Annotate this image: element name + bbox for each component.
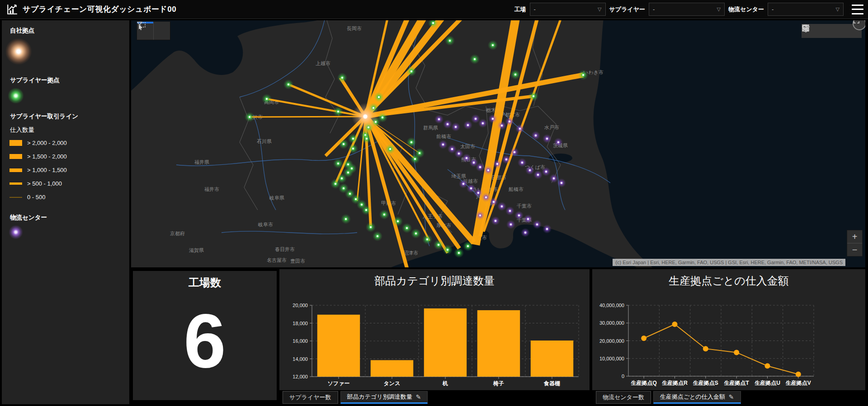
- header-bar: サプライチェーン可視化ダッシュボード00 工場 - ▽ サプライヤー - ▽ 物…: [0, 0, 868, 19]
- legend-own-site-label: 自社拠点: [2, 27, 129, 35]
- legend-line-swatch: [9, 197, 22, 198]
- own-site-core: [363, 115, 368, 119]
- y-tick-label: 30,000,000: [599, 320, 624, 326]
- zoom-out-button[interactable]: −: [847, 243, 862, 256]
- y-tick-label: 18,000: [292, 321, 308, 326]
- point-core: [474, 58, 476, 60]
- x-category-label: 生産拠点R: [661, 380, 688, 386]
- filter-factory-label: 工場: [514, 5, 526, 14]
- filter-supplier-dropdown[interactable]: - ▽: [649, 3, 725, 16]
- data-point-marker[interactable]: [672, 322, 678, 327]
- data-point-marker[interactable]: [796, 372, 801, 377]
- edit-pencil-icon[interactable]: ✎: [416, 393, 421, 401]
- point-core: [546, 138, 548, 140]
- map-place-label: 岐阜市: [258, 222, 273, 227]
- legend-line-swatch: [9, 182, 22, 185]
- point-core: [546, 228, 548, 230]
- header-filters: 工場 - ▽ サプライヤー - ▽ 物流センター - ▽: [514, 3, 868, 16]
- map-select-dropdown-button[interactable]: [153, 22, 170, 40]
- legend-line-class-row: > 500 - 1,000: [9, 180, 129, 187]
- supplier-site-symbol: [8, 88, 24, 103]
- map-place-label: 石川県: [257, 139, 272, 144]
- edit-pencil-icon[interactable]: ✎: [729, 393, 734, 401]
- layers-icon[interactable]: [833, 25, 845, 37]
- legend-line-label: > 1,000 - 1,500: [27, 167, 67, 173]
- point-core: [438, 244, 439, 246]
- point-core: [397, 220, 399, 222]
- dashboard: サプライチェーン可視化ダッシュボード00 工場 - ▽ サプライヤー - ▽ 物…: [0, 0, 868, 406]
- bar[interactable]: [371, 360, 413, 377]
- bar[interactable]: [317, 315, 360, 377]
- point-core: [426, 238, 428, 240]
- point-core: [406, 227, 408, 229]
- supply-flow-line: [250, 117, 365, 117]
- legend-line-swatch: [9, 140, 22, 146]
- filter-factory-dropdown[interactable]: - ▽: [530, 3, 606, 16]
- bar[interactable]: [531, 341, 573, 377]
- line-chart: 010,000,00020,000,00030,000,00040,000,00…: [592, 287, 865, 390]
- point-core: [343, 187, 344, 189]
- point-core: [467, 124, 469, 126]
- data-point-marker[interactable]: [765, 363, 770, 369]
- point-core: [449, 40, 451, 42]
- bar[interactable]: [424, 308, 467, 377]
- hamburger-menu-icon[interactable]: [852, 4, 863, 15]
- data-point-marker[interactable]: [703, 346, 708, 351]
- line-chart-title: 生産拠点ごとの仕入金額: [592, 274, 865, 288]
- map-place-label: 群馬県: [423, 125, 438, 131]
- point-core: [352, 148, 354, 149]
- filter-logistics-dropdown[interactable]: - ▽: [768, 3, 844, 16]
- tab-label: サプライヤー数: [289, 393, 331, 401]
- point-core: [419, 152, 420, 154]
- point-core: [475, 118, 476, 120]
- legend-list-icon[interactable]: [818, 25, 830, 37]
- point-core: [487, 169, 489, 171]
- point-core: [366, 138, 368, 140]
- point-core: [518, 215, 520, 216]
- legend-line-swatch: [9, 168, 22, 172]
- legend-line-label: > 1,500 - 2,000: [27, 153, 67, 160]
- zoom-in-button[interactable]: +: [847, 230, 862, 243]
- tab-inactive[interactable]: サプライヤー数: [283, 391, 338, 404]
- point-core: [352, 138, 354, 140]
- map-place-label: 船橋市: [509, 187, 524, 192]
- point-core: [442, 144, 444, 145]
- tab-label: 部品カテゴリ別調達数量: [347, 393, 412, 401]
- legend-line-classes: > 2,000 - 2,000> 1,500 - 2,000> 1,000 - …: [2, 140, 129, 201]
- bar[interactable]: [477, 310, 520, 377]
- map-place-label: 京都府: [170, 231, 185, 236]
- point-core: [485, 196, 487, 198]
- point-core: [343, 143, 344, 145]
- bar-chart-title: 部品カテゴリ別調達数量: [279, 274, 590, 288]
- factory-count-panel: 工場数 6: [133, 271, 277, 400]
- x-category-label: 椅子: [493, 380, 504, 387]
- point-core: [473, 162, 475, 163]
- point-core: [479, 215, 481, 216]
- legend-line-label: > 500 - 1,000: [27, 180, 62, 187]
- own-site-symbol: [5, 38, 32, 65]
- tab-active[interactable]: 部品カテゴリ別調達数量✎: [340, 391, 428, 404]
- x-category-label: タンス: [384, 380, 401, 387]
- point-core: [266, 98, 268, 100]
- factory-count-value: 6: [184, 290, 226, 400]
- map-place-label: 岐阜県: [269, 195, 284, 201]
- point-core: [447, 249, 448, 251]
- point-core: [349, 193, 351, 195]
- point-core: [482, 122, 484, 124]
- filter-logistics-label: 物流センター: [728, 5, 764, 14]
- point-core: [414, 158, 416, 160]
- chevron-down-icon: ▽: [598, 6, 601, 12]
- factory-count-title: 工場数: [133, 275, 277, 290]
- map-canvas[interactable]: 長岡市上越市高岡市金沢市石川県福井県福井市岐阜県岐阜市京都府滋賀県春日井市名古屋…: [131, 20, 865, 267]
- tab-inactive[interactable]: 物流センター数: [596, 391, 651, 404]
- point-core: [524, 232, 526, 233]
- point-core: [335, 183, 336, 185]
- point-core: [249, 116, 250, 118]
- map-place-label: 福井市: [204, 187, 219, 192]
- map-select-toolgroup: [137, 21, 170, 40]
- data-point-marker[interactable]: [734, 350, 739, 355]
- point-core: [509, 210, 511, 212]
- tab-active[interactable]: 生産拠点ごとの仕入金額✎: [653, 391, 741, 404]
- data-point-marker[interactable]: [641, 336, 646, 341]
- legend-line-swatch: [9, 154, 22, 159]
